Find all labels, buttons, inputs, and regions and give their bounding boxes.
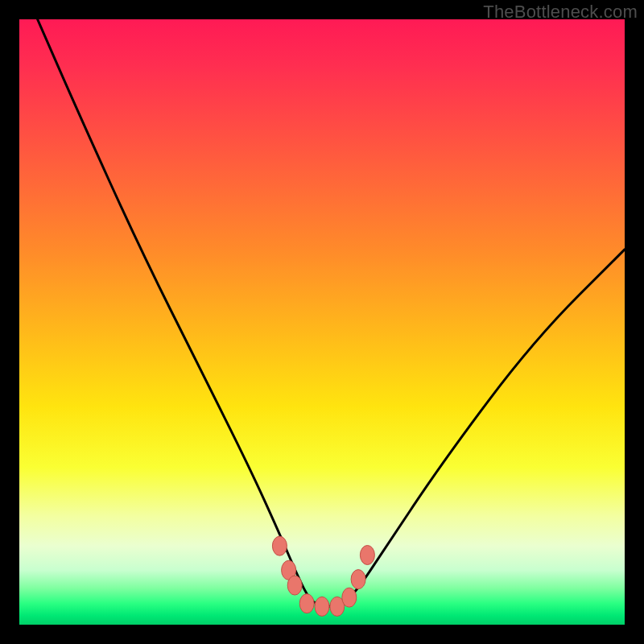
chart-frame: TheBottleneck.com [0, 0, 644, 644]
plot-area [19, 19, 625, 625]
